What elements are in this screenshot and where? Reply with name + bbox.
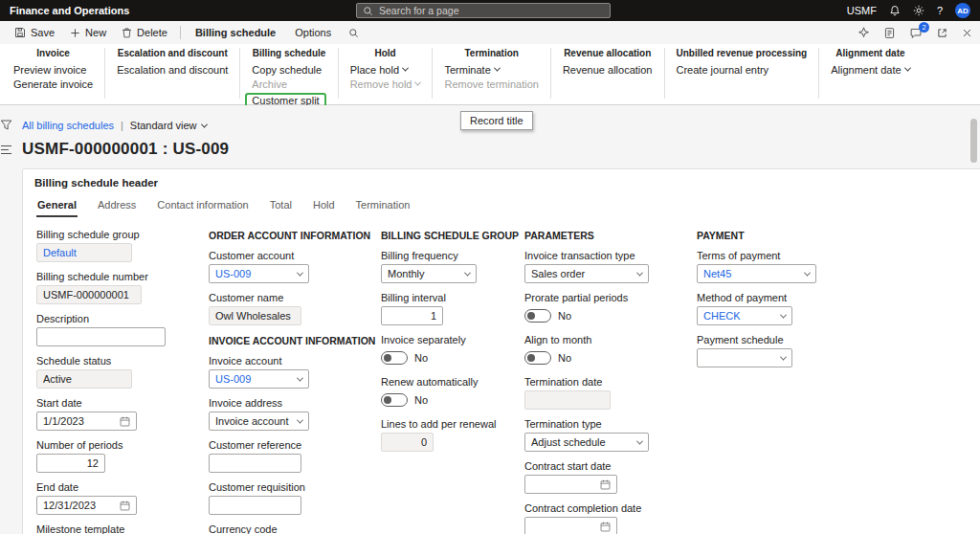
field-termination-type: Termination type Adjust schedule [524, 418, 668, 452]
field-label: Billing schedule number [36, 271, 180, 282]
payment-header: PAYMENT [697, 230, 831, 241]
gear-icon[interactable] [913, 5, 924, 16]
scrollbar-thumb[interactable] [970, 119, 977, 163]
tab-termination[interactable]: Termination [355, 196, 412, 217]
invoice-account-input[interactable]: US-009 [209, 369, 309, 389]
field-label: Align to month [524, 334, 668, 345]
chevron-down-icon [201, 121, 208, 127]
escalation-and-discount-button[interactable]: Escalation and discount [117, 64, 228, 76]
tab-contact-information[interactable]: Contact information [156, 196, 249, 217]
ribbon-search-icon[interactable] [342, 26, 366, 40]
new-button[interactable]: New [63, 25, 113, 40]
field-align-to-month: Align to month No [524, 334, 668, 367]
field-lines-to-add-per-renewal: Lines to add per renewal 0 [381, 418, 496, 452]
close-page-icon[interactable] [962, 28, 972, 38]
expand-pane-icon[interactable] [0, 145, 12, 155]
chevron-down-icon [297, 416, 303, 423]
help-icon[interactable]: ? [937, 5, 943, 16]
ribbon-group-termination: Termination Terminate Remove termination [433, 48, 550, 99]
notes-icon[interactable] [883, 27, 896, 39]
tab-billing-schedule[interactable]: Billing schedule [187, 25, 284, 40]
billing-interval-input[interactable]: 1 [381, 306, 443, 325]
contract-start-date-input[interactable] [524, 475, 617, 494]
start-date-input[interactable]: 1/1/2023 [36, 412, 137, 431]
field-label: Invoice account [209, 355, 352, 367]
ribbon-group-title: Escalation and discount [117, 48, 228, 58]
tab-general[interactable]: General [36, 196, 78, 217]
toggle-off-icon [381, 393, 408, 407]
billing-schedule-group-input[interactable]: Default [36, 243, 132, 262]
global-search-input[interactable]: Search for a page [356, 3, 611, 18]
calendar-icon[interactable] [120, 501, 130, 511]
method-of-payment-input[interactable]: CHECK [697, 306, 792, 325]
vertical-scrollbar[interactable] [969, 119, 978, 530]
tab-total[interactable]: Total [269, 196, 293, 217]
archive-button: Archive [252, 78, 287, 90]
field-label: End date [36, 481, 180, 493]
field-label: Termination type [524, 418, 668, 430]
termination-type-select[interactable]: Adjust schedule [524, 433, 649, 452]
field-contract-completion-date: Contract completion date [524, 502, 668, 534]
calendar-icon[interactable] [600, 522, 611, 532]
alignment-date-button[interactable]: Alignment date [831, 64, 909, 76]
terminate-button[interactable]: Terminate [444, 64, 499, 76]
filter-icon[interactable] [0, 119, 12, 131]
field-label: Customer reference [209, 439, 352, 451]
generate-invoice-button[interactable]: Generate invoice [13, 78, 93, 90]
field-label: Method of payment [697, 292, 831, 303]
ribbon-group-revenue-allocation: Revenue allocation Revenue allocation [551, 48, 665, 99]
calendar-icon[interactable] [600, 479, 611, 490]
field-label: Invoice separately [381, 334, 496, 345]
preview-invoice-button[interactable]: Preview invoice [13, 64, 86, 76]
invoice-transaction-type-select[interactable]: Sales order [524, 264, 649, 283]
page-title: USMF-000000001 : US-009 [22, 140, 980, 159]
description-input[interactable] [36, 327, 166, 346]
customer-requisition-input[interactable] [209, 496, 301, 515]
ribbon-group-unbilled-revenue: Unbilled revenue processing Create journ… [665, 48, 820, 99]
invoice-address-select[interactable]: Invoice account [209, 412, 309, 431]
invoice-separately-toggle[interactable]: No [381, 348, 496, 367]
align-to-month-toggle[interactable]: No [524, 348, 668, 367]
contract-completion-date-input[interactable] [524, 517, 617, 534]
tab-address[interactable]: Address [97, 196, 137, 217]
search-placeholder: Search for a page [379, 5, 458, 16]
chevron-down-icon [297, 374, 303, 381]
ribbon-group-title: Termination [444, 48, 538, 58]
number-of-periods-input[interactable]: 12 [36, 454, 105, 473]
view-selector[interactable]: Standard view [130, 120, 207, 131]
tab-hold[interactable]: Hold [312, 196, 336, 217]
billing-frequency-select[interactable]: Monthly [381, 264, 477, 283]
guide-icon[interactable] [858, 27, 870, 39]
action-pane-ribbon: Invoice Preview invoice Generate invoice… [0, 44, 980, 105]
parameters-header: PARAMETERS [524, 230, 668, 241]
terms-of-payment-input[interactable]: Net45 [697, 264, 816, 283]
customer-reference-input[interactable] [209, 454, 301, 473]
header-tab-strip: General Address Contact information Tota… [23, 194, 980, 217]
create-journal-entry-button[interactable]: Create journal entry [677, 64, 769, 76]
avatar[interactable]: AD [955, 3, 970, 18]
prorate-partial-periods-toggle[interactable]: No [524, 306, 668, 325]
field-payment-schedule: Payment schedule [697, 334, 831, 367]
delete-button[interactable]: Delete [115, 25, 174, 40]
tab-options[interactable]: Options [286, 25, 340, 40]
field-label: Lines to add per renewal [381, 418, 496, 430]
copy-schedule-button[interactable]: Copy schedule [252, 64, 322, 76]
bell-icon[interactable] [889, 5, 901, 16]
calendar-icon[interactable] [120, 416, 130, 427]
field-label: Currency code [209, 523, 352, 534]
place-hold-button[interactable]: Place hold [350, 64, 408, 76]
revenue-allocation-button[interactable]: Revenue allocation [563, 64, 653, 76]
toggle-off-icon [381, 351, 408, 365]
company-picker[interactable]: USMF [847, 5, 877, 16]
customer-account-input[interactable]: US-009 [209, 264, 309, 283]
messages-icon[interactable]: 2 [909, 27, 923, 39]
breadcrumb-all-billing-schedules-link[interactable]: All billing schedules [22, 120, 114, 131]
payment-schedule-input[interactable] [697, 348, 792, 367]
end-date-input[interactable]: 12/31/2023 [36, 496, 137, 515]
save-button[interactable]: Save [8, 25, 61, 40]
ribbon-group-title: Invoice [13, 48, 93, 58]
field-label: Customer account [209, 250, 352, 261]
popout-icon[interactable] [936, 27, 948, 39]
renew-automatically-toggle[interactable]: No [381, 390, 496, 410]
form-column-4: PARAMETERS Invoice transaction type Sale… [524, 229, 668, 534]
